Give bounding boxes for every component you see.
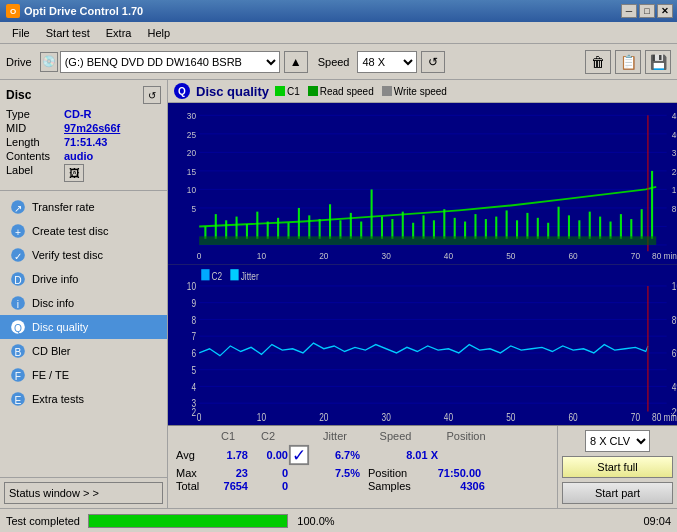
max-jitter: 7.5% (310, 467, 360, 479)
svg-rect-50 (236, 217, 238, 239)
start-full-button[interactable]: Start full (562, 456, 673, 478)
sidebar-item-verify-test-disc[interactable]: ✓ Verify test disc (0, 243, 167, 267)
col-position: Position (431, 430, 501, 442)
disc-refresh-button[interactable]: ↺ (143, 86, 161, 104)
svg-text:40: 40 (444, 411, 454, 423)
svg-rect-78 (526, 213, 528, 239)
svg-rect-62 (360, 222, 362, 239)
sidebar-item-drive-info[interactable]: D Drive info (0, 267, 167, 291)
start-part-button[interactable]: Start part (562, 482, 673, 504)
avg-speed: 8.01 X (383, 449, 438, 461)
disc-label-button[interactable]: 🖼 (64, 164, 84, 182)
svg-text:✓: ✓ (14, 251, 22, 262)
svg-rect-93 (201, 269, 209, 280)
create-test-disc-icon: + (10, 223, 26, 239)
menu-help[interactable]: Help (139, 25, 178, 41)
svg-rect-83 (578, 220, 580, 239)
svg-rect-75 (495, 217, 497, 239)
disc-length-row: Length 71:51.43 (6, 136, 161, 148)
svg-rect-49 (225, 220, 227, 239)
drive-icon: 💿 (40, 52, 58, 72)
sidebar-item-disc-quality[interactable]: Q Disc quality (0, 315, 167, 339)
svg-text:30: 30 (382, 250, 391, 261)
legend-write-speed-color (382, 86, 392, 96)
avg-position: 71:50.00 (411, 467, 481, 479)
status-window-button[interactable]: Status window > > (4, 482, 163, 504)
svg-rect-86 (609, 222, 611, 239)
svg-text:70: 70 (631, 411, 641, 423)
legend-c1: C1 (275, 86, 300, 97)
stats-bar: C1 C2 Jitter Speed Position Avg 1.78 0.0… (168, 425, 677, 508)
sidebar-item-fe-te[interactable]: F FE / TE (0, 363, 167, 387)
copy-button[interactable]: 📋 (615, 50, 641, 74)
sidebar-item-disc-info[interactable]: i Disc info (0, 291, 167, 315)
svg-rect-66 (402, 212, 404, 239)
sidebar-item-cd-bler[interactable]: B CD Bler (0, 339, 167, 363)
svg-text:9: 9 (191, 296, 196, 308)
upper-chart: 30 25 20 15 10 5 48 X 40 X 32 X 24 X 16 … (168, 103, 677, 264)
svg-text:0: 0 (197, 411, 202, 423)
sidebar-item-extra-tests[interactable]: E Extra tests (0, 387, 167, 411)
disc-mid-value[interactable]: 97m26s66f (64, 122, 120, 134)
svg-text:4%: 4% (672, 380, 677, 392)
progress-bar (89, 515, 287, 527)
drive-select[interactable]: (G:) BENQ DVD DD DW1640 BSRB (60, 51, 280, 73)
sidebar-item-cd-bler-label: CD Bler (32, 345, 71, 357)
svg-rect-53 (267, 222, 269, 239)
drive-eject-button[interactable]: ▲ (284, 51, 308, 73)
save-button[interactable]: 💾 (645, 50, 671, 74)
legend-write-speed-label: Write speed (394, 86, 447, 97)
menu-extra[interactable]: Extra (98, 25, 140, 41)
svg-rect-58 (319, 219, 321, 239)
sidebar-item-transfer-rate-label: Transfer rate (32, 201, 95, 213)
svg-text:60: 60 (569, 250, 578, 261)
stats-total-row: Total 7654 0 Samples 4306 (176, 480, 549, 492)
transfer-rate-icon: ↗ (10, 199, 26, 215)
sidebar-item-create-test-disc-label: Create test disc (32, 225, 108, 237)
menubar: File Start test Extra Help (0, 22, 677, 44)
sidebar-item-transfer-rate[interactable]: ↗ Transfer rate (0, 195, 167, 219)
col-c1: C1 (208, 430, 248, 442)
svg-rect-52 (256, 212, 258, 239)
sidebar-item-disc-quality-label: Disc quality (32, 321, 88, 333)
speed-apply-button[interactable]: ↺ (421, 51, 445, 73)
svg-text:B: B (15, 347, 22, 358)
drive-label: Drive (6, 56, 32, 68)
disc-mid-label: MID (6, 122, 64, 134)
legend-c1-color (275, 86, 285, 96)
svg-rect-87 (620, 214, 622, 239)
svg-text:60: 60 (569, 411, 579, 423)
svg-text:✓: ✓ (292, 446, 306, 464)
close-button[interactable]: ✕ (657, 4, 673, 18)
charts-area: 30 25 20 15 10 5 48 X 40 X 32 X 24 X 16 … (168, 103, 677, 508)
main-area: Disc ↺ Type CD-R MID 97m26s66f Length 71… (0, 80, 677, 508)
svg-rect-90 (651, 171, 653, 239)
svg-rect-63 (371, 189, 373, 238)
maximize-button[interactable]: □ (639, 4, 655, 18)
sidebar-item-create-test-disc[interactable]: + Create test disc (0, 219, 167, 243)
svg-rect-73 (474, 214, 476, 239)
svg-text:20: 20 (319, 250, 328, 261)
svg-rect-92 (199, 236, 656, 245)
menu-start-test[interactable]: Start test (38, 25, 98, 41)
nav-section: ↗ Transfer rate + Create test disc ✓ Ver… (0, 191, 167, 477)
minimize-button[interactable]: ─ (621, 4, 637, 18)
extra-tests-icon: E (10, 391, 26, 407)
disc-mid-row: MID 97m26s66f (6, 122, 161, 134)
chart-title: Disc quality (196, 84, 269, 99)
speed-select[interactable]: 48 X (357, 51, 417, 73)
sidebar-item-verify-test-disc-label: Verify test disc (32, 249, 103, 261)
sidebar-item-extra-tests-label: Extra tests (32, 393, 84, 405)
svg-text:Q: Q (14, 323, 22, 334)
clv-select[interactable]: 8 X CLV (585, 430, 650, 452)
svg-rect-59 (329, 204, 331, 239)
svg-text:i: i (17, 299, 19, 310)
svg-rect-77 (516, 220, 518, 239)
menu-file[interactable]: File (4, 25, 38, 41)
erase-button[interactable]: 🗑 (585, 50, 611, 74)
svg-text:C2: C2 (212, 270, 223, 282)
samples-label: Samples (368, 480, 411, 492)
svg-rect-74 (485, 219, 487, 239)
svg-text:30: 30 (382, 411, 392, 423)
sidebar-item-fe-te-label: FE / TE (32, 369, 69, 381)
